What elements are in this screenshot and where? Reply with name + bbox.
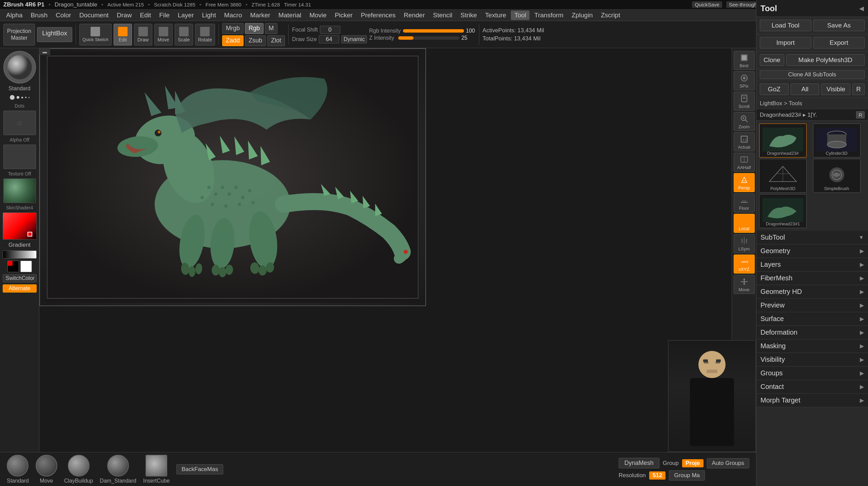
rt-lsym-button[interactable]: LSym: [734, 234, 755, 253]
dynamic-button[interactable]: Dynamic: [341, 35, 367, 43]
make-polymesh3d-button[interactable]: Make PolyMesh3D: [786, 54, 865, 66]
draw-button[interactable]: Draw: [134, 24, 152, 45]
subtool-r-button[interactable]: R: [856, 111, 865, 118]
switch-color-button[interactable]: SwitchColor: [3, 274, 37, 282]
menu-strike[interactable]: Strike: [457, 11, 481, 20]
alpha-preview[interactable]: ▢: [3, 111, 36, 135]
visibility-collapse-header[interactable]: Visibility ▶: [756, 353, 868, 366]
menu-transform[interactable]: Transform: [531, 11, 567, 20]
menu-texture[interactable]: Texture: [482, 11, 509, 20]
export-button[interactable]: Export: [813, 37, 865, 49]
rt-spix-button[interactable]: SPix: [734, 71, 755, 90]
alternate-button[interactable]: Alternate: [3, 284, 37, 293]
menu-macro[interactable]: Macro: [221, 11, 246, 20]
rt-actual-button[interactable]: 1:1 Actual: [734, 132, 755, 151]
subtool-dragonhead[interactable]: Dragonhead23#: [759, 124, 807, 157]
lightbox-button[interactable]: LightBox: [37, 27, 72, 42]
rt-floor-button[interactable]: Floor: [734, 193, 755, 212]
brush-insert[interactable]: InsertCube: [143, 455, 170, 484]
layers-collapse-header[interactable]: Layers ▶: [756, 258, 868, 271]
menu-zplugin[interactable]: Zplugin: [568, 11, 596, 20]
subtool-cylinder[interactable]: Cylinder3D: [813, 124, 861, 157]
brush-standard[interactable]: Standard: [7, 455, 29, 484]
rgb-intensity-track[interactable]: [403, 29, 464, 33]
brush-move[interactable]: Move: [36, 455, 57, 484]
menu-color[interactable]: Color: [52, 11, 74, 20]
goz-button[interactable]: GoZ: [760, 83, 789, 95]
zlot-button[interactable]: Zlot: [267, 35, 285, 46]
brush-dam[interactable]: Dam_Standard: [100, 455, 136, 484]
subtool-simplebrush[interactable]: SimpleBrush: [813, 159, 861, 193]
texture-preview[interactable]: [3, 145, 36, 169]
zadd-button[interactable]: Zadd: [222, 35, 244, 46]
move-button[interactable]: Move: [154, 24, 173, 45]
menu-document[interactable]: Document: [76, 11, 112, 20]
rt-aahalf-button[interactable]: AAHalf: [734, 153, 755, 172]
fibermesh-collapse-header[interactable]: FiberMesh ▶: [756, 272, 868, 285]
deformation-collapse-header[interactable]: Deformation ▶: [756, 326, 868, 339]
load-tool-button[interactable]: Load Tool: [760, 20, 811, 31]
gradient-swatch[interactable]: [3, 250, 37, 259]
rotate-button[interactable]: Rotate: [195, 24, 215, 45]
menu-preferences[interactable]: Preferences: [358, 11, 399, 20]
geometryhd-collapse-header[interactable]: Geometry HD ▶: [756, 285, 868, 298]
menu-material[interactable]: Material: [275, 11, 305, 20]
menu-layer[interactable]: Layer: [174, 11, 197, 20]
rt-persp-button[interactable]: Persp: [734, 173, 755, 192]
clone-button[interactable]: Clone: [760, 54, 784, 66]
quick-save-button[interactable]: QuickSave: [692, 1, 722, 8]
rt-sxyz-button[interactable]: sXYZ sXYZ: [734, 255, 755, 274]
menu-file[interactable]: File: [156, 11, 173, 20]
canvas-area[interactable]: [39, 48, 426, 306]
zsub-button[interactable]: Zsub: [245, 35, 266, 46]
all-button[interactable]: All: [791, 83, 819, 95]
z-intensity-track[interactable]: [398, 36, 459, 40]
visible-button[interactable]: Visible: [821, 83, 850, 95]
menu-draw[interactable]: Draw: [113, 11, 135, 20]
rt-zoom-button[interactable]: Zoom: [734, 112, 755, 131]
clone-all-subtools-button[interactable]: Clone All SubTools: [760, 70, 865, 79]
surface-collapse-header[interactable]: Surface ▶: [756, 312, 868, 325]
color-picker[interactable]: [3, 212, 37, 240]
rt-scroll-button[interactable]: Scroll: [734, 92, 755, 111]
backface-button[interactable]: BackFaceMas: [176, 464, 223, 474]
mrgb-button[interactable]: Mrgb: [222, 23, 244, 34]
brush-preview[interactable]: [3, 51, 36, 83]
panel-collapse-button[interactable]: ◀: [859, 5, 864, 12]
resolution-value[interactable]: 512: [649, 471, 666, 480]
subtool-dragonhead2[interactable]: Dragonhead23#1: [759, 194, 807, 228]
primary-color-swatch[interactable]: [7, 261, 19, 272]
subtool-collapse-header[interactable]: SubTool ▼: [756, 231, 868, 244]
import-button[interactable]: Import: [760, 37, 811, 49]
groups-collapse-header[interactable]: Groups ▶: [756, 367, 868, 380]
menu-render[interactable]: Render: [400, 11, 428, 20]
r-button[interactable]: R: [852, 83, 865, 95]
draw-size-value[interactable]: 64: [319, 35, 339, 43]
scale-button[interactable]: Scale: [175, 24, 193, 45]
group-mask-button[interactable]: Group Ma: [669, 470, 705, 481]
secondary-color-swatch[interactable]: [20, 261, 32, 272]
menu-stencil[interactable]: Stencil: [429, 11, 456, 20]
rt-local-button[interactable]: Local: [734, 214, 755, 233]
menu-marker[interactable]: Marker: [247, 11, 274, 20]
contact-collapse-header[interactable]: Contact ▶: [756, 380, 868, 393]
rt-move-button[interactable]: Move: [734, 275, 755, 294]
material-preview[interactable]: [3, 179, 36, 203]
morph-target-collapse-header[interactable]: Morph Target ▶: [756, 394, 868, 407]
focal-shift-value[interactable]: 0: [320, 26, 340, 34]
menu-alpha[interactable]: Alpha: [3, 11, 26, 20]
geometry-collapse-header[interactable]: Geometry ▶: [756, 244, 868, 258]
menu-zscript[interactable]: Zscript: [597, 11, 623, 20]
projection-master-button[interactable]: ProjectionMaster: [3, 24, 35, 45]
quick-sketch-button[interactable]: Quick Sketch: [79, 24, 112, 45]
masking-collapse-header[interactable]: Masking ▶: [756, 339, 868, 353]
menu-edit[interactable]: Edit: [137, 11, 155, 20]
brush-clay[interactable]: ClayBuildup: [64, 455, 93, 484]
menu-light[interactable]: Light: [199, 11, 219, 20]
menu-picker[interactable]: Picker: [331, 11, 356, 20]
edit-button[interactable]: Edit: [114, 24, 132, 45]
save-as-button[interactable]: Save As: [813, 20, 865, 31]
auto-groups-button[interactable]: Auto Groups: [707, 458, 749, 468]
preview-collapse-header[interactable]: Preview ▶: [756, 299, 868, 312]
menu-tool[interactable]: Tool: [511, 11, 529, 20]
